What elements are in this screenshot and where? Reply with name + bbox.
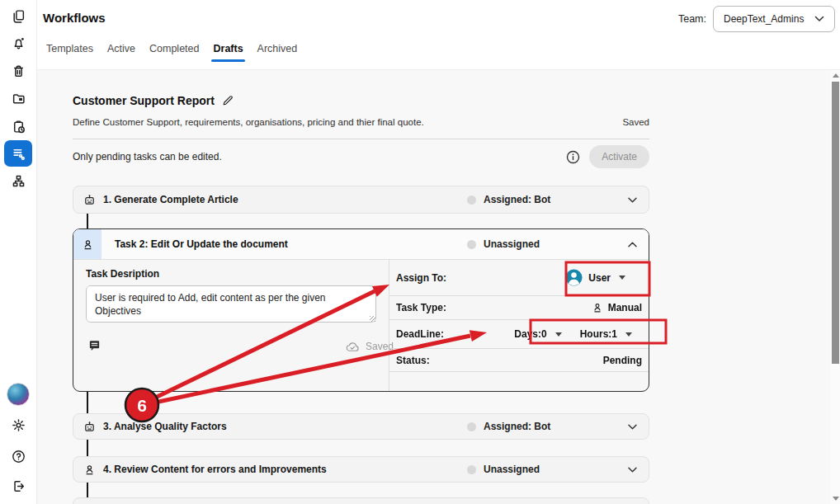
team-selector-group: Team: DeepText_Admins <box>678 6 835 32</box>
cloud-saved-icon <box>346 341 360 352</box>
autosave-status: Saved <box>346 341 394 352</box>
chevron-down-icon <box>814 16 824 22</box>
trash-icon[interactable] <box>4 58 32 84</box>
workflow-description: Define Customer Support, requirements, o… <box>73 117 424 127</box>
vertical-scrollbar <box>831 70 840 504</box>
task-title: 4. Review Content for errors and Improve… <box>103 464 327 475</box>
workflow-saved-status: Saved <box>622 117 649 127</box>
user-task-icon <box>73 229 101 259</box>
status-dot-icon <box>467 422 476 431</box>
workflow-title: Customer Support Report <box>73 94 215 107</box>
page-title: Workflows <box>43 11 106 25</box>
status-label: Status: <box>396 355 430 366</box>
task-description-panel: Task Desription User is required to Add,… <box>73 260 389 391</box>
pending-notice: Only pending tasks can be edited. <box>73 151 222 163</box>
task-description-input[interactable]: User is required to Add, edit content as… <box>86 285 376 323</box>
task-connector <box>87 483 88 497</box>
tab-archived[interactable]: Archived <box>257 43 298 62</box>
comment-icon[interactable] <box>88 339 101 351</box>
logout-icon[interactable] <box>4 473 32 499</box>
tasks-clipboard-icon[interactable] <box>4 113 32 139</box>
scrollbar-thumb[interactable] <box>832 82 839 364</box>
task-row-4[interactable]: 4. Review Content for errors and Improve… <box>73 456 649 483</box>
bot-icon <box>83 194 96 206</box>
scroll-down-arrow[interactable] <box>833 497 839 501</box>
deadline-label: DeadLine: <box>396 328 444 340</box>
task-title: 3. Analyse Quality Factors <box>103 421 227 432</box>
assignee-value: User <box>588 272 611 284</box>
sidebar <box>0 0 37 504</box>
workflow-title-row: Customer Support Report <box>73 94 234 107</box>
task-settings-panel: Assign To: User Task Type: Manual <box>389 260 649 391</box>
task-title: 1. Generate Complete Article <box>103 194 238 205</box>
assignee-dropdown[interactable]: User <box>564 268 625 287</box>
task-row-partial[interactable] <box>73 497 649 504</box>
task-connector <box>87 440 88 456</box>
chevron-down-icon[interactable] <box>627 466 638 473</box>
media-folder-icon[interactable] <box>4 85 32 111</box>
bot-icon <box>83 421 96 433</box>
team-label: Team: <box>678 13 706 25</box>
task-status: Assigned: Bot <box>467 421 550 432</box>
notifications-icon[interactable] <box>4 30 32 56</box>
chevron-up-icon[interactable] <box>627 241 638 248</box>
task-status: Unassigned <box>467 464 540 475</box>
deadline-row: DeadLine: Days:0 Hours:1 <box>389 320 649 349</box>
status-dot-icon <box>467 195 476 205</box>
info-icon[interactable] <box>566 150 580 164</box>
user-task-icon <box>83 464 96 476</box>
status-dot-icon <box>467 240 476 249</box>
divider <box>73 139 649 139</box>
notice-row: Only pending tasks can be edited. Activa… <box>73 145 649 168</box>
tab-active[interactable]: Active <box>107 43 135 62</box>
task-row-3[interactable]: 3. Analyse Quality Factors Assigned: Bot <box>73 413 649 440</box>
task-status: Unassigned <box>467 238 540 250</box>
org-tree-icon[interactable] <box>4 167 32 194</box>
assignee-avatar-icon <box>564 268 583 287</box>
task-card-2: Task 2: Edit Or Update the document Unas… <box>73 228 649 392</box>
workflow-desc-row: Define Customer Support, requirements, o… <box>73 117 649 127</box>
edit-title-icon[interactable] <box>222 95 234 106</box>
task-status: Assigned: Bot <box>467 194 550 205</box>
settings-gear-icon[interactable] <box>4 412 32 438</box>
caret-down-icon <box>555 332 562 337</box>
documents-icon[interactable] <box>4 2 32 29</box>
workflow-tabs: Templates Active Completed Drafts Archiv… <box>46 43 297 62</box>
team-select[interactable]: DeepText_Admins <box>713 6 835 32</box>
chevron-down-icon[interactable] <box>627 196 638 204</box>
manual-person-icon <box>592 302 603 313</box>
user-avatar[interactable] <box>7 383 30 406</box>
status-row: Status: Pending <box>389 349 649 372</box>
task-type-row: Task Type: Manual <box>389 296 649 320</box>
tab-templates[interactable]: Templates <box>46 43 93 62</box>
task-row-1[interactable]: 1. Generate Complete Article Assigned: B… <box>73 186 649 214</box>
activate-button[interactable]: Activate <box>589 145 649 168</box>
task-connector <box>87 214 88 228</box>
task-type-value: Manual <box>608 302 642 313</box>
scroll-up-arrow[interactable] <box>833 73 839 78</box>
task-connector <box>87 392 88 413</box>
tab-drafts[interactable]: Drafts <box>213 43 243 62</box>
team-select-value: DeepText_Admins <box>724 13 804 25</box>
caret-down-icon <box>625 332 632 337</box>
assign-to-row: Assign To: User <box>389 260 649 296</box>
status-value: Pending <box>603 355 642 366</box>
tab-completed[interactable]: Completed <box>149 43 199 62</box>
workflows-app: Workflows Team: DeepText_Admins Template… <box>0 0 840 504</box>
help-icon[interactable] <box>4 443 32 469</box>
resize-handle[interactable] <box>370 316 375 322</box>
description-label: Task Desription <box>86 268 159 280</box>
task-2-header[interactable]: Task 2: Edit Or Update the document Unas… <box>73 229 649 260</box>
chevron-down-icon[interactable] <box>627 423 638 431</box>
content-area: Customer Support Report Define Customer … <box>37 70 840 504</box>
status-dot-icon <box>467 465 476 474</box>
task-title: Task 2: Edit Or Update the document <box>115 238 288 250</box>
workflows-icon[interactable] <box>4 140 32 167</box>
deadline-days-dropdown[interactable]: Days:0 <box>514 328 561 340</box>
task-type-label: Task Type: <box>396 302 446 313</box>
caret-down-icon <box>619 276 625 280</box>
assign-to-label: Assign To: <box>396 272 446 284</box>
deadline-hours-dropdown[interactable]: Hours:1 <box>580 328 632 340</box>
page-header: Workflows Team: DeepText_Admins Template… <box>37 0 840 70</box>
